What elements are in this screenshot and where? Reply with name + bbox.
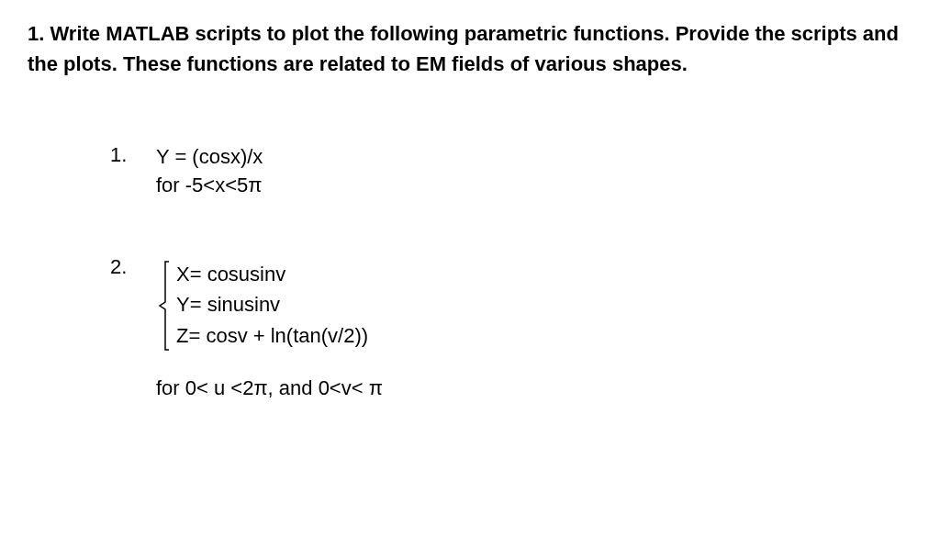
problem-item-2: 2. X= cosusinv Y= sinusinv Z= cosv + ln(… [110, 255, 912, 403]
problem-number-1: 1. [110, 143, 156, 200]
problem-number-2: 2. [110, 255, 156, 403]
bracket-group: X= cosusinv Y= sinusinv Z= cosv + ln(tan… [156, 260, 383, 352]
equation-1-y: Y = (cosx)/x [156, 143, 263, 172]
problem-content-2: X= cosusinv Y= sinusinv Z= cosv + ln(tan… [156, 255, 383, 403]
equation-2-z: Z= cosv + ln(tan(v/2)) [176, 322, 368, 351]
equation-2-x: X= cosusinv [176, 261, 368, 289]
problem-list: 1. Y = (cosx)/x for -5<x<5π 2. X= cosusi… [28, 143, 912, 402]
problem-content-1: Y = (cosx)/x for -5<x<5π [156, 143, 263, 200]
equation-2-y: Y= sinusinv [176, 291, 368, 319]
problem-header: 1. Write MATLAB scripts to plot the foll… [28, 18, 912, 79]
left-bracket-icon [156, 260, 174, 352]
bracket-equations: X= cosusinv Y= sinusinv Z= cosv + ln(tan… [174, 260, 368, 352]
equation-1-domain: for -5<x<5π [156, 172, 263, 200]
problem-item-1: 1. Y = (cosx)/x for -5<x<5π [110, 143, 912, 200]
equation-2-domain: for 0< u <2π, and 0<v< π [156, 375, 383, 403]
